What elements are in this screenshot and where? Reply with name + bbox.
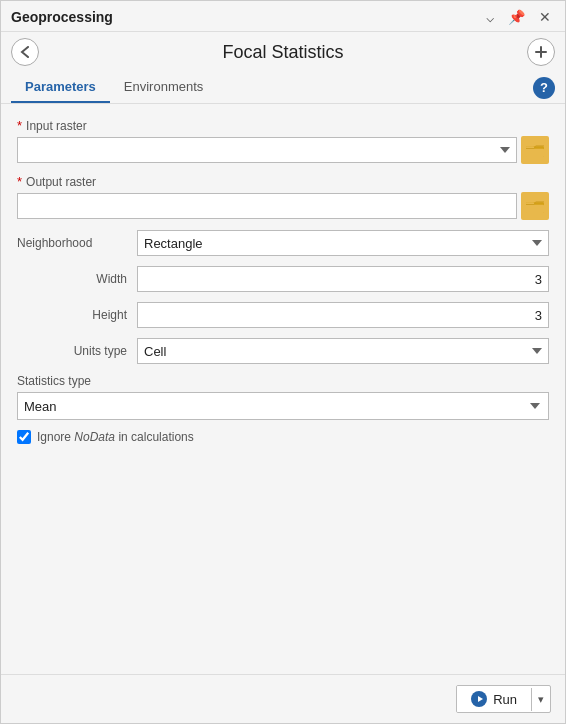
tab-parameters[interactable]: Parameters xyxy=(11,72,110,103)
run-dropdown-arrow: ▾ xyxy=(538,693,544,706)
output-raster-required-star: * xyxy=(17,174,22,189)
ignore-nodata-suffix: in calculations xyxy=(115,430,194,444)
width-field: Width xyxy=(17,266,549,292)
content-area: * Input raster * xyxy=(1,104,565,674)
close-icon[interactable]: ✕ xyxy=(535,7,555,27)
run-dropdown-button[interactable]: ▾ xyxy=(531,688,550,711)
width-label: Width xyxy=(17,272,127,286)
input-raster-browse-button[interactable] xyxy=(521,136,549,164)
back-button[interactable] xyxy=(11,38,39,66)
dropdown-icon[interactable]: ⌵ xyxy=(482,7,498,27)
add-button[interactable] xyxy=(527,38,555,66)
output-raster-field: * Output raster xyxy=(17,174,549,220)
title-bar: Geoprocessing ⌵ 📌 ✕ xyxy=(1,1,565,32)
output-raster-label: * Output raster xyxy=(17,174,549,189)
run-button-wrapper: Run ▾ xyxy=(456,685,551,713)
back-arrow-icon xyxy=(20,46,30,58)
tool-header: Focal Statistics xyxy=(1,32,565,72)
statistics-type-select[interactable]: Mean Majority Maximum Median Minimum Min… xyxy=(17,392,549,420)
ignore-nodata-nodata: NoData xyxy=(74,430,115,444)
statistics-type-field: Statistics type Mean Majority Maximum Me… xyxy=(17,374,549,420)
tool-title: Focal Statistics xyxy=(222,42,343,63)
folder-icon-2 xyxy=(526,199,544,213)
ignore-nodata-prefix: Ignore xyxy=(37,430,74,444)
run-play-icon xyxy=(471,691,487,707)
input-raster-label: * Input raster xyxy=(17,118,549,133)
help-icon[interactable]: ? xyxy=(533,77,555,99)
ignore-nodata-checkbox[interactable] xyxy=(17,430,31,444)
geoprocessing-panel: Geoprocessing ⌵ 📌 ✕ Focal Statistics Par… xyxy=(0,0,566,724)
height-input[interactable] xyxy=(137,302,549,328)
folder-icon xyxy=(526,143,544,157)
input-raster-label-text: Input raster xyxy=(26,119,87,133)
plus-icon xyxy=(535,46,547,58)
run-button[interactable]: Run xyxy=(457,686,531,712)
window-title: Geoprocessing xyxy=(11,9,113,25)
neighborhood-select[interactable]: Rectangle Circle Annulus Wedge Irregular… xyxy=(137,230,549,256)
neighborhood-field: Neighborhood Rectangle Circle Annulus We… xyxy=(17,230,549,256)
pin-icon[interactable]: 📌 xyxy=(504,7,529,27)
ignore-nodata-row: Ignore NoData in calculations xyxy=(17,430,549,444)
ignore-nodata-label: Ignore NoData in calculations xyxy=(37,430,194,444)
output-raster-label-text: Output raster xyxy=(26,175,96,189)
input-raster-input-row xyxy=(17,136,549,164)
height-label: Height xyxy=(17,308,127,322)
units-type-field: Units type Cell Map xyxy=(17,338,549,364)
tabs: Parameters Environments xyxy=(11,72,217,103)
units-type-label: Units type xyxy=(17,344,127,358)
input-raster-required-star: * xyxy=(17,118,22,133)
content-spacer xyxy=(17,454,549,664)
width-input[interactable] xyxy=(137,266,549,292)
neighborhood-label: Neighborhood xyxy=(17,236,127,250)
input-raster-select[interactable] xyxy=(17,137,517,163)
units-type-select[interactable]: Cell Map xyxy=(137,338,549,364)
tabs-row: Parameters Environments ? xyxy=(1,72,565,104)
tab-environments[interactable]: Environments xyxy=(110,72,217,103)
output-raster-input[interactable] xyxy=(17,193,517,219)
run-label: Run xyxy=(493,692,517,707)
height-field: Height xyxy=(17,302,549,328)
svg-rect-5 xyxy=(526,205,544,213)
output-raster-input-row xyxy=(17,192,549,220)
footer: Run ▾ xyxy=(1,674,565,723)
input-raster-field: * Input raster xyxy=(17,118,549,164)
statistics-type-label: Statistics type xyxy=(17,374,549,388)
title-bar-icons: ⌵ 📌 ✕ xyxy=(482,7,555,27)
svg-rect-2 xyxy=(526,149,544,157)
output-raster-browse-button[interactable] xyxy=(521,192,549,220)
